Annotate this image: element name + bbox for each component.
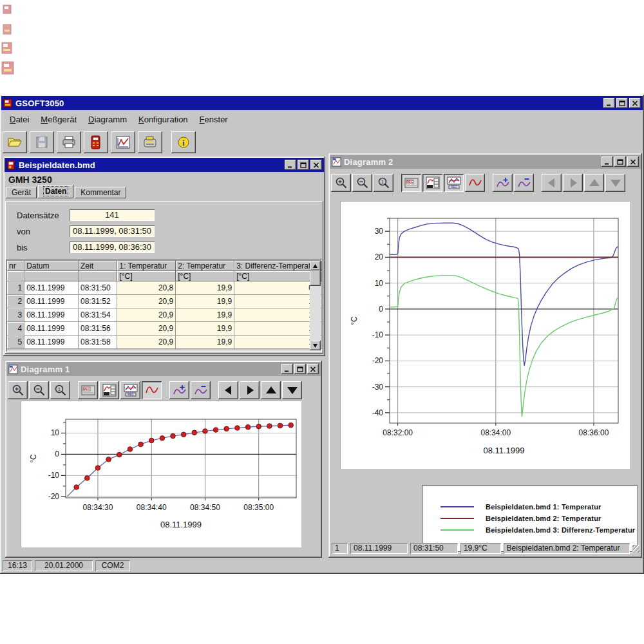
arrow-up-button[interactable] [261,381,281,399]
diagram1-title: Diagramm 1 [21,365,279,374]
chart-rec-button[interactable]: REC [120,381,140,399]
arrow-left-button[interactable] [218,381,238,399]
rec-table-button[interactable]: REC [78,381,98,399]
diagram2-chart[interactable]: 08:32:0008:34:0008:36:003020100-10-20-30… [340,201,630,469]
column-header[interactable]: 1: Temperatur [117,261,176,271]
svg-text:08:34:00: 08:34:00 [480,428,511,437]
zoom-in-button[interactable] [8,381,28,399]
legend-line-swatch [440,518,474,519]
logger-device-button[interactable] [138,131,162,153]
maximize-button[interactable] [294,364,306,374]
records-count-field[interactable]: 141 [70,209,155,221]
zoom-out-button[interactable] [352,174,372,192]
menu-item-diagramm[interactable]: Diagramm [82,113,133,126]
desktop-shortcut-icon[interactable] [2,4,12,18]
save-floppy-button [30,131,54,153]
arrow-left-icon [222,384,236,397]
info-button[interactable]: i [171,131,196,153]
legend-line-swatch [440,529,474,531]
table-row[interactable]: 508.11.199908:31:5820,919,91,0 [7,336,322,349]
menu-item-fenster[interactable]: Fenster [194,113,234,126]
chart-rec-icon: REC [447,176,461,189]
close-button[interactable] [307,364,319,374]
table-row[interactable]: 408.11.199908:31:5620,919,91,0 [7,322,322,336]
curve-add-button[interactable] [493,174,513,192]
svg-text:08.11.1999: 08.11.1999 [160,520,202,529]
desktop-shortcut-icon[interactable] [1,41,14,58]
diagram2-titlebar[interactable]: Diagramm 2 [330,155,641,169]
rec-table-button[interactable]: REC [401,174,421,192]
menu-item-megert[interactable]: Meßgerät [35,113,82,126]
curve-button[interactable] [142,381,162,399]
column-header[interactable]: Zeit [79,261,117,271]
chart-button[interactable] [111,131,135,153]
table-row[interactable]: 208.11.199908:31:5220,919,91,0 [7,295,322,308]
arrow-down-button[interactable] [282,381,302,399]
diagram-icon [332,157,341,167]
desktop-shortcut-icon[interactable] [1,61,16,79]
legend-entry: Beispieldaten.bmd 2: Temperatur [422,515,637,522]
maximize-icon [297,366,303,372]
close-button[interactable] [629,98,641,108]
resize-grip[interactable] [632,545,639,553]
tab-geraet[interactable]: Gerät [6,187,37,198]
data-window-titlebar[interactable]: Beispieldaten.bmd [5,158,324,172]
maximize-button[interactable] [616,98,628,108]
scroll-down-button[interactable] [310,341,321,350]
minimize-icon [287,162,294,168]
arrow-right-button[interactable] [240,381,260,399]
menu-item-konfiguration[interactable]: Konfiguration [133,113,194,126]
curve-add-button[interactable] [169,381,189,399]
scroll-up-button[interactable] [310,261,321,270]
zoom-reset-button[interactable]: 1 [374,174,393,192]
close-icon [630,159,636,165]
minimize-button[interactable] [603,98,615,108]
open-folder-button[interactable] [3,131,27,153]
diagram1-chart[interactable]: 08:34:3008:34:4008:34:5008:35:00100-10-2… [21,401,301,547]
diagram1-window: Diagramm 1 1RECREC 08:34:3008:34:4008:34… [5,361,322,558]
tab-kommentar[interactable]: Kommentar [75,187,126,198]
column-unit [7,271,24,281]
scrollbar-thumb[interactable] [310,270,321,286]
close-icon [313,162,319,168]
to-field[interactable]: 08.11.1999, 08:36:30 [70,242,155,253]
curve-sub-button[interactable] [514,174,534,192]
window-controls [601,156,639,167]
minimize-button[interactable] [285,160,296,170]
main-titlebar[interactable]: GSOFT3050 [1,96,643,110]
column-header[interactable]: 2: Temperatur [176,261,234,271]
table-row[interactable]: 308.11.199908:31:5420,919,91,0 [7,308,322,322]
table-cell: 20,9 [117,336,176,349]
chart-table-button[interactable] [99,381,119,399]
table-scrollbar[interactable] [310,261,321,350]
curve-sub-button[interactable] [191,381,211,399]
diagram2-chart-panel: 08:32:0008:34:0008:36:003020100-10-20-30… [340,201,630,469]
zoom-reset-button[interactable]: 1 [50,381,70,399]
printer-button[interactable] [57,131,81,153]
from-field[interactable]: 08.11.1999, 08:31:50 [70,225,155,237]
table-cell: 20,9 [117,295,176,308]
chart-table-button[interactable] [422,174,442,192]
zoom-out-button[interactable] [29,381,49,399]
status-cell: 1 [332,543,348,554]
diagram1-titlebar[interactable]: Diagramm 1 [6,362,321,376]
chart-rec-button[interactable]: REC [444,174,464,192]
column-header[interactable]: Datum [24,261,79,271]
meter-device-button[interactable] [84,131,108,153]
zoom-in-button[interactable] [331,174,351,192]
records-label: Datensätze [17,211,59,220]
table-row[interactable]: 108.11.199908:31:5020,819,90,9 [7,281,322,295]
desktop-shortcut-icon[interactable] [2,23,12,39]
column-header[interactable]: nr [7,261,24,271]
minimize-button[interactable] [601,156,613,167]
svg-text:°C: °C [350,316,359,325]
curve-button[interactable] [465,174,485,192]
menu-item-datei[interactable]: Datei [4,113,35,126]
tab-daten[interactable]: Daten [38,185,73,198]
close-button[interactable] [310,160,322,170]
column-header[interactable]: 3: Differenz-Temperatur [234,261,322,271]
maximize-button[interactable] [614,156,626,167]
minimize-button[interactable] [281,364,293,374]
close-button[interactable] [627,156,639,167]
maximize-button[interactable] [298,160,309,170]
